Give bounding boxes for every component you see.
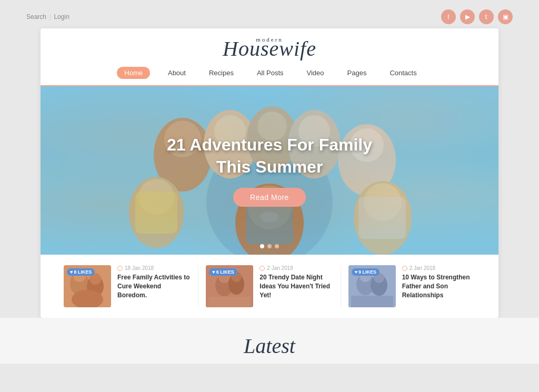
login-link[interactable]: Login xyxy=(54,13,69,21)
nav-recipes[interactable]: Recipes xyxy=(204,67,239,79)
nav-bar: Home About Recipes All Posts Video Pages… xyxy=(117,59,422,85)
hero-title: 21 Adventures For FamilyThis Summer xyxy=(167,134,372,178)
site-logo: modern Housewife xyxy=(223,37,316,59)
svg-rect-20 xyxy=(246,202,293,244)
post-date-1: 18 Jan 2018 xyxy=(117,265,191,271)
nav-home[interactable]: Home xyxy=(117,67,150,79)
post-card-3: ♥ 9 LIKES 2 Jan 2018 10 Ways to Strength… xyxy=(341,265,483,307)
site-header: modern Housewife Home About Recipes All … xyxy=(41,28,498,86)
nav-contacts[interactable]: Contacts xyxy=(384,67,422,79)
post-likes-1: ♥ 8 LIKES xyxy=(67,268,95,276)
top-bar: Search | Login f ▶ 𝕥 ▣ xyxy=(0,5,539,28)
hero-dots xyxy=(260,244,279,248)
clock-icon-1 xyxy=(117,266,123,271)
hero-dot-2[interactable] xyxy=(267,244,272,248)
post-date-3: 2 Jan 2018 xyxy=(402,265,475,271)
svg-rect-39 xyxy=(351,296,393,307)
search-link[interactable]: Search xyxy=(26,13,46,21)
post-likes-3: ♥ 9 LIKES xyxy=(352,268,380,276)
divider: | xyxy=(49,13,51,21)
post-title-1[interactable]: Free Family Activities to Cure Weekend B… xyxy=(117,273,191,299)
post-title-3[interactable]: 10 Ways to Strengthen Father and Son Rel… xyxy=(402,273,475,299)
latest-text: Latest xyxy=(233,334,306,358)
social-icons: f ▶ 𝕥 ▣ xyxy=(441,9,513,24)
twitter-icon[interactable]: 𝕥 xyxy=(479,9,494,24)
hero-banner: 21 Adventures For FamilyThis Summer Read… xyxy=(41,86,498,255)
clock-icon-3 xyxy=(402,266,407,271)
main-card: modern Housewife Home About Recipes All … xyxy=(41,28,498,318)
post-info-1: 18 Jan 2018 Free Family Activities to Cu… xyxy=(117,265,191,299)
facebook-icon[interactable]: f xyxy=(441,9,456,24)
post-info-2: 2 Jan 2018 20 Trendy Date Night Ideas Yo… xyxy=(259,265,333,299)
youtube-icon[interactable]: ▶ xyxy=(460,9,475,24)
post-card-2: ♥ 6 LIKES 2 Jan 2018 20 Trendy Date Nigh… xyxy=(198,265,341,307)
post-thumb-1[interactable]: ♥ 8 LIKES xyxy=(64,265,111,307)
hero-dot-1[interactable] xyxy=(260,244,264,248)
nav-about[interactable]: About xyxy=(163,67,191,79)
clock-icon-2 xyxy=(259,266,265,271)
hero-dot-3[interactable] xyxy=(275,244,279,248)
latest-heading: Latest xyxy=(207,328,332,364)
post-card-1: ♥ 8 LIKES 18 Jan 2018 Free Family Activi… xyxy=(56,265,198,307)
bottom-section: Latest xyxy=(0,318,539,364)
top-bar-left: Search | Login xyxy=(26,13,69,21)
page-wrapper: Search | Login f ▶ 𝕥 ▣ modern Housewife … xyxy=(0,0,539,392)
post-thumb-3[interactable]: ♥ 9 LIKES xyxy=(348,265,396,307)
logo-text: Housewife xyxy=(223,38,316,59)
post-date-2: 2 Jan 2018 xyxy=(259,265,333,271)
nav-pages[interactable]: Pages xyxy=(342,67,372,79)
post-thumb-2[interactable]: ♥ 6 LIKES xyxy=(206,265,253,307)
hero-content: 21 Adventures For FamilyThis Summer Read… xyxy=(167,134,372,206)
nav-video[interactable]: Video xyxy=(302,67,330,79)
post-title-2[interactable]: 20 Trendy Date Night Ideas You Haven't T… xyxy=(259,273,333,299)
instagram-icon[interactable]: ▣ xyxy=(498,9,513,24)
post-likes-2: ♥ 6 LIKES xyxy=(209,268,237,276)
post-info-3: 2 Jan 2018 10 Ways to Strengthen Father … xyxy=(402,265,475,299)
nav-allposts[interactable]: All Posts xyxy=(252,67,289,79)
hero-read-more-button[interactable]: Read More xyxy=(233,188,306,207)
svg-rect-33 xyxy=(208,297,251,307)
posts-row: ♥ 8 LIKES 18 Jan 2018 Free Family Activi… xyxy=(41,255,498,318)
